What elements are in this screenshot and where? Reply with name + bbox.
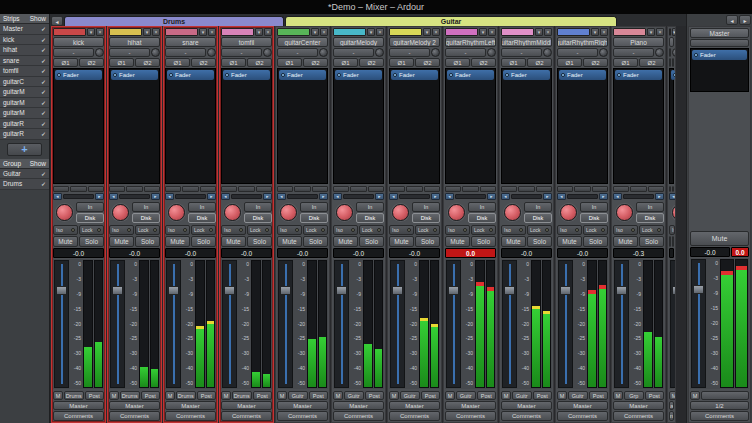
strip-name-button[interactable]: guitarRhythmMiddle bbox=[501, 37, 552, 47]
strip-menu-icon[interactable]: ▾ bbox=[255, 28, 263, 36]
comments-button[interactable]: Comments bbox=[389, 411, 440, 421]
polarity-2-button[interactable]: Ø2 bbox=[303, 58, 328, 67]
routing-segment[interactable] bbox=[445, 186, 461, 192]
routing-segment[interactable] bbox=[480, 186, 496, 192]
strip-menu-icon[interactable]: ▾ bbox=[647, 28, 655, 36]
routing-segment[interactable] bbox=[144, 186, 160, 192]
strip-name-button[interactable]: guitarMelody 2 bbox=[389, 37, 440, 47]
record-arm-button[interactable] bbox=[504, 204, 521, 221]
group-button[interactable]: Guitr bbox=[456, 391, 476, 400]
group-button[interactable]: Guitr bbox=[288, 391, 308, 400]
input-button[interactable]: - bbox=[221, 48, 262, 57]
master-name-button[interactable]: Master bbox=[690, 28, 749, 38]
monitor-disk-button[interactable]: Disk bbox=[580, 213, 608, 223]
solo-lock-button[interactable]: Lock bbox=[247, 225, 272, 235]
solo-lock-button[interactable]: Lock bbox=[359, 225, 384, 235]
solo-isolate-button[interactable]: Iso bbox=[165, 225, 190, 235]
trim-knob[interactable] bbox=[263, 48, 272, 57]
mute-button[interactable]: Mute bbox=[557, 236, 582, 247]
master-midi-button[interactable]: M bbox=[690, 391, 700, 400]
strip-name-button[interactable]: guitarRhythmLeft bbox=[445, 37, 496, 47]
metering-point-button[interactable]: Post bbox=[645, 391, 665, 400]
visibility-check[interactable]: ✓ bbox=[41, 25, 46, 32]
metering-point-button[interactable]: Post bbox=[365, 391, 385, 400]
strip-name-button[interactable]: hihat bbox=[109, 37, 160, 47]
solo-isolate-button[interactable]: Iso bbox=[53, 225, 78, 235]
trim-knob[interactable] bbox=[375, 48, 384, 57]
monitor-disk-button[interactable]: Disk bbox=[76, 213, 104, 223]
output-button[interactable]: Master bbox=[613, 401, 664, 410]
fader-processor[interactable]: Fader bbox=[391, 70, 438, 80]
master-group-button[interactable] bbox=[701, 391, 749, 400]
pan-track[interactable] bbox=[567, 194, 598, 199]
mute-button[interactable]: Mute bbox=[221, 236, 246, 247]
routing-segment[interactable] bbox=[557, 186, 573, 192]
output-button[interactable]: Master bbox=[389, 401, 440, 410]
record-arm-button[interactable] bbox=[280, 204, 297, 221]
output-button[interactable]: Master bbox=[221, 401, 272, 410]
midi-button[interactable]: M bbox=[613, 391, 623, 400]
fader-handle[interactable] bbox=[672, 286, 676, 295]
monitor-disk-button[interactable]: Disk bbox=[244, 213, 272, 223]
solo-lock-button[interactable]: Lock bbox=[79, 225, 104, 235]
mute-button[interactable]: Mute bbox=[277, 236, 302, 247]
comments-button[interactable]: Comments bbox=[333, 411, 384, 421]
pan-track[interactable] bbox=[511, 194, 542, 199]
polarity-1-button[interactable]: Ø1 bbox=[669, 58, 671, 67]
pan-left-button[interactable]: ◂ bbox=[445, 193, 454, 200]
master-mute-button[interactable]: Mute bbox=[690, 231, 749, 246]
master-io-mini-button[interactable] bbox=[690, 39, 749, 47]
pan-left-button[interactable]: ◂ bbox=[53, 193, 62, 200]
fader-handle[interactable] bbox=[336, 286, 347, 295]
monitor-disk-button[interactable]: Disk bbox=[356, 213, 384, 223]
routing-segment[interactable] bbox=[574, 186, 590, 192]
strip-color-bar[interactable] bbox=[53, 28, 86, 36]
strip-name-button[interactable]: snare bbox=[165, 37, 216, 47]
metering-point-button[interactable]: Post bbox=[197, 391, 217, 400]
comments-button[interactable]: Comments bbox=[277, 411, 328, 421]
polarity-1-button[interactable]: Ø1 bbox=[221, 58, 246, 67]
group-button[interactable]: Drums bbox=[120, 391, 140, 400]
record-arm-button[interactable] bbox=[672, 204, 676, 221]
midi-button[interactable]: M bbox=[53, 391, 63, 400]
visibility-check[interactable]: ✓ bbox=[41, 78, 46, 85]
solo-lock-button[interactable]: Lock bbox=[415, 225, 440, 235]
pan-right-button[interactable]: ▸ bbox=[263, 193, 272, 200]
fader-handle[interactable] bbox=[112, 286, 123, 295]
fader-processor[interactable]: Fader bbox=[615, 70, 662, 80]
fader-processor[interactable]: Fader bbox=[335, 70, 382, 80]
polarity-1-button[interactable]: Ø1 bbox=[109, 58, 134, 67]
comments-button[interactable]: Comments bbox=[165, 411, 216, 421]
sidebar-strip-row[interactable]: hihat✓ bbox=[0, 45, 49, 56]
trim-knob[interactable] bbox=[431, 48, 440, 57]
processor-box[interactable]: Fader bbox=[277, 68, 328, 184]
input-button[interactable]: - bbox=[445, 48, 486, 57]
input-button[interactable]: - bbox=[53, 48, 94, 57]
midi-button[interactable]: M bbox=[389, 391, 399, 400]
routing-segment[interactable] bbox=[536, 186, 552, 192]
strip-close-icon[interactable]: × bbox=[152, 28, 160, 36]
master-gain-fader[interactable] bbox=[691, 259, 706, 388]
processor-box[interactable]: Fader bbox=[501, 68, 552, 184]
group-button[interactable]: Drums bbox=[64, 391, 84, 400]
solo-isolate-button[interactable]: Iso bbox=[333, 225, 358, 235]
routing-segment[interactable] bbox=[368, 186, 384, 192]
mute-button[interactable]: Mute bbox=[613, 236, 638, 247]
gain-fader[interactable] bbox=[278, 260, 293, 388]
polarity-1-button[interactable]: Ø1 bbox=[445, 58, 470, 67]
input-button[interactable]: - bbox=[613, 48, 654, 57]
routing-segment[interactable] bbox=[648, 186, 664, 192]
monitor-input-button[interactable]: In bbox=[300, 202, 328, 212]
pan-right-button[interactable]: ▸ bbox=[95, 193, 104, 200]
comments-button[interactable]: Comments bbox=[445, 411, 496, 421]
strip-name-button[interactable]: kick bbox=[53, 37, 104, 47]
record-arm-button[interactable] bbox=[392, 204, 409, 221]
visibility-check[interactable]: ✓ bbox=[41, 67, 46, 74]
sidebar-strip-row[interactable]: guitarM✓ bbox=[0, 98, 49, 109]
monitor-input-button[interactable]: In bbox=[636, 202, 664, 212]
solo-lock-button[interactable]: Lock bbox=[471, 225, 496, 235]
routing-segment[interactable] bbox=[672, 186, 674, 192]
pan-right-button[interactable]: ▸ bbox=[543, 193, 552, 200]
strip-color-bar[interactable] bbox=[501, 28, 534, 36]
fader-handle[interactable] bbox=[56, 286, 67, 295]
